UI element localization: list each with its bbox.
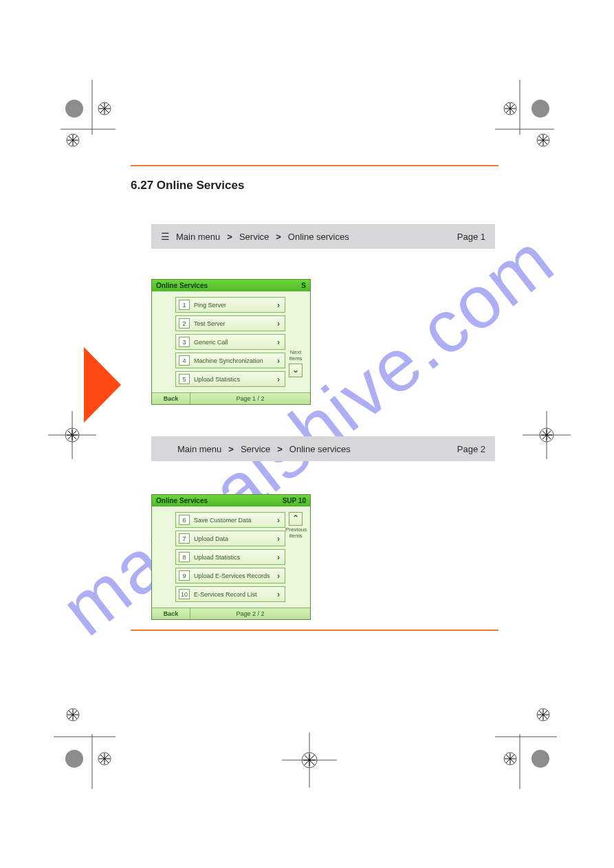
pager-label: Previous items [285, 527, 306, 539]
page-content: 6.27 Online Services ☰ Main menu > Servi… [131, 165, 498, 620]
menu-item-number: 1 [179, 300, 190, 310]
breadcrumb-page-indicator: Page 1 [457, 232, 485, 242]
screenshot-title-right: S [301, 282, 306, 289]
page-indicator: Page 2 / 2 [190, 608, 310, 619]
menu-item[interactable]: 7 Upload Data › [175, 531, 285, 546]
menu-item[interactable]: 8 Upload Statistics › [175, 549, 285, 565]
chevron-down-icon: ⌄ [289, 364, 303, 377]
registration-mark-bottom-left [40, 693, 122, 789]
chevron-right-icon: › [275, 356, 285, 366]
chevron-right-icon: › [275, 337, 285, 347]
page-indicator: Page 1 / 2 [190, 393, 310, 404]
svg-point-19 [65, 750, 83, 768]
menu-item-number: 8 [179, 552, 190, 562]
registration-mark-top-right [488, 80, 571, 162]
back-button[interactable]: Back [152, 393, 190, 404]
svg-point-2 [65, 100, 83, 118]
menu-item-number: 6 [179, 515, 190, 525]
svg-point-27 [531, 750, 549, 768]
chevron-right-icon: › [275, 534, 285, 544]
chevron-right-icon: › [275, 590, 285, 599]
registration-mark-top-left [40, 80, 122, 162]
breadcrumb-step: Service [241, 444, 270, 454]
breadcrumb-step: Service [239, 232, 269, 242]
menu-item[interactable]: 6 Save Customer Data › [175, 512, 285, 528]
pointer-arrow-icon [84, 347, 121, 423]
menu-item-number: 9 [179, 570, 190, 581]
breadcrumb-step: Main menu [176, 232, 220, 242]
screenshot-titlebar: Online Services S [152, 280, 310, 291]
menu-list-icon: ☰ [161, 232, 169, 241]
previous-items-pager[interactable]: ⌃ Previous items [285, 512, 306, 539]
menu-item-label: Machine Synchronization [193, 357, 275, 364]
menu-item-number: 10 [179, 589, 190, 599]
menu-item[interactable]: 9 Upload E-Services Records › [175, 568, 285, 583]
bottom-rule-wrap [131, 630, 498, 631]
breadcrumb-step: Main menu [177, 444, 221, 454]
device-screenshot-2: Online Services SUP 10 ⌃ Previous items … [151, 494, 311, 620]
menu-item-label: E-Services Record List [193, 591, 275, 598]
menu-item[interactable]: 3 Generic Call › [175, 334, 285, 350]
registration-mark-bottom-right [488, 693, 571, 789]
pager-label: Next items [285, 350, 306, 362]
breadcrumb-step: Online services [288, 232, 349, 242]
registration-mark-mid-right [523, 411, 571, 459]
breadcrumb-bar-2: Main menu > Service > Online services Pa… [151, 436, 495, 461]
chevron-right-icon: > [227, 232, 232, 242]
menu-item[interactable]: 1 Ping Server › [175, 297, 285, 313]
menu-item[interactable]: 4 Machine Synchronization › [175, 353, 285, 368]
screenshot-title: Online Services [156, 282, 208, 289]
menu-item-label: Ping Server [193, 302, 275, 309]
menu-item-label: Generic Call [193, 339, 275, 346]
menu-item-number: 5 [179, 374, 190, 384]
menu-item-number: 7 [179, 533, 190, 544]
menu-item-label: Upload E-Services Records [193, 572, 275, 579]
menu-item[interactable]: 5 Upload Statistics › [175, 371, 285, 387]
breadcrumb-bar-1: ☰ Main menu > Service > Online services … [151, 224, 495, 249]
chevron-right-icon: › [275, 300, 285, 310]
chevron-up-icon: ⌃ [289, 512, 303, 526]
chevron-right-icon: › [275, 375, 285, 384]
menu-item-label: Upload Statistics [193, 376, 275, 383]
menu-item[interactable]: 2 Test Server › [175, 315, 285, 331]
section-heading: 6.27 Online Services [131, 179, 498, 192]
screenshot-title-right: SUP 10 [283, 497, 306, 504]
menu-item-label: Save Customer Data [193, 517, 275, 524]
menu-item-number: 4 [179, 355, 190, 366]
registration-mark-bottom-mid [282, 733, 337, 788]
chevron-right-icon: › [275, 515, 285, 525]
chevron-right-icon: > [276, 232, 281, 242]
menu-item-label: Upload Data [193, 535, 275, 542]
menu-item[interactable]: 10 E-Services Record List › [175, 586, 285, 602]
chevron-right-icon: › [275, 553, 285, 562]
menu-item-label: Test Server [193, 320, 275, 327]
screenshot-titlebar: Online Services SUP 10 [152, 495, 310, 507]
top-rule [131, 165, 498, 166]
menu-item-number: 2 [179, 318, 190, 329]
menu-item-number: 3 [179, 337, 190, 347]
device-screenshot-1: Online Services S 1 Ping Server › 2 Test… [151, 279, 311, 405]
breadcrumb-page-indicator: Page 2 [457, 444, 485, 454]
bottom-rule [131, 630, 498, 631]
svg-point-7 [531, 100, 549, 118]
back-button[interactable]: Back [152, 608, 190, 619]
chevron-right-icon: › [275, 319, 285, 329]
chevron-right-icon: > [228, 444, 234, 454]
chevron-right-icon: > [277, 444, 283, 454]
menu-item-label: Upload Statistics [193, 554, 275, 561]
chevron-right-icon: › [275, 571, 285, 581]
breadcrumb-step: Online services [289, 444, 351, 454]
screenshot-title: Online Services [156, 497, 208, 504]
next-items-pager[interactable]: Next items ⌄ [285, 350, 306, 377]
